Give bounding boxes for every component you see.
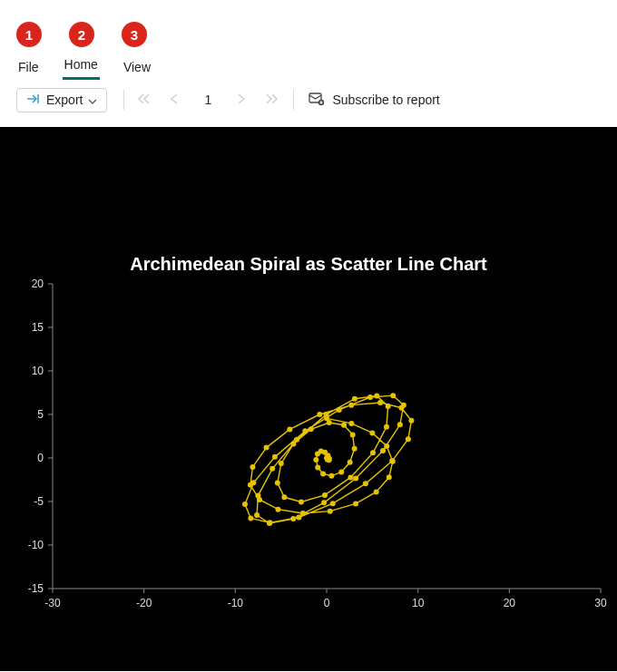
export-label: Export xyxy=(46,93,83,107)
svg-text:0: 0 xyxy=(324,597,330,609)
svg-point-53 xyxy=(290,441,296,446)
svg-point-45 xyxy=(328,473,334,479)
svg-point-105 xyxy=(374,489,379,494)
svg-point-64 xyxy=(352,396,357,402)
svg-point-109 xyxy=(369,430,375,435)
svg-point-92 xyxy=(398,405,404,411)
svg-point-55 xyxy=(275,481,280,486)
export-icon xyxy=(26,93,41,108)
svg-text:-30: -30 xyxy=(44,597,61,609)
menu-home[interactable]: Home xyxy=(63,57,100,80)
subscribe-label: Subscribe to report xyxy=(332,93,439,107)
export-button[interactable]: Export xyxy=(16,88,107,112)
svg-point-111 xyxy=(324,415,329,421)
page-next-icon[interactable] xyxy=(237,93,246,107)
svg-point-104 xyxy=(353,501,358,506)
svg-point-48 xyxy=(352,446,357,452)
svg-point-44 xyxy=(320,471,326,476)
svg-point-56 xyxy=(281,494,287,500)
svg-point-90 xyxy=(406,436,411,442)
svg-point-59 xyxy=(348,474,353,480)
svg-point-42 xyxy=(313,457,318,463)
callout-badge-2: 2 xyxy=(69,22,94,47)
svg-point-95 xyxy=(317,412,322,417)
svg-point-86 xyxy=(296,514,301,520)
svg-point-57 xyxy=(299,499,304,504)
svg-point-67 xyxy=(269,466,275,472)
svg-point-79 xyxy=(337,407,342,413)
svg-point-108 xyxy=(384,443,389,449)
svg-point-99 xyxy=(248,482,253,488)
svg-text:20: 20 xyxy=(32,278,44,290)
svg-point-106 xyxy=(387,474,392,480)
svg-point-61 xyxy=(384,424,389,430)
callout-badge-1: 1 xyxy=(16,22,42,47)
svg-point-94 xyxy=(348,403,354,408)
svg-point-101 xyxy=(275,507,280,512)
page-number: 1 xyxy=(199,93,217,107)
svg-text:10: 10 xyxy=(32,365,44,377)
callout-badge-3: 3 xyxy=(122,22,147,47)
svg-point-41 xyxy=(315,451,320,456)
svg-point-47 xyxy=(348,460,353,465)
svg-point-69 xyxy=(254,512,260,518)
page-first-icon[interactable] xyxy=(137,93,150,107)
svg-point-49 xyxy=(350,433,356,438)
svg-point-46 xyxy=(338,469,344,474)
page-prev-icon[interactable] xyxy=(170,93,179,107)
svg-text:-5: -5 xyxy=(34,495,44,508)
subscribe-icon xyxy=(308,92,325,109)
svg-point-93 xyxy=(377,400,383,405)
svg-point-88 xyxy=(363,481,368,486)
svg-point-71 xyxy=(290,516,296,521)
svg-text:-20: -20 xyxy=(136,597,152,609)
svg-text:0: 0 xyxy=(37,452,44,464)
page-last-icon[interactable] xyxy=(266,93,279,107)
toolbar-separator xyxy=(123,90,124,110)
svg-text:-10: -10 xyxy=(28,539,44,551)
svg-point-103 xyxy=(328,509,333,514)
svg-point-80 xyxy=(302,428,308,433)
svg-point-100 xyxy=(257,497,262,502)
svg-point-66 xyxy=(294,437,299,443)
svg-point-62 xyxy=(386,404,391,409)
toolbar-separator xyxy=(293,90,294,110)
menu-file[interactable]: File xyxy=(16,60,41,80)
svg-point-110 xyxy=(348,421,354,426)
svg-point-58 xyxy=(322,492,328,498)
svg-point-74 xyxy=(380,448,386,453)
svg-point-54 xyxy=(279,461,284,466)
chart-title: Archimedean Spiral as Scatter Line Chart xyxy=(0,127,617,275)
svg-point-85 xyxy=(267,520,272,525)
chevron-down-icon xyxy=(88,93,97,107)
svg-point-63 xyxy=(374,394,379,399)
svg-point-60 xyxy=(370,450,376,455)
toolbar: Export 1 Subscribe to report xyxy=(0,80,617,120)
svg-point-73 xyxy=(353,475,358,481)
subscribe-button[interactable]: Subscribe to report xyxy=(308,92,439,109)
svg-point-87 xyxy=(330,501,336,506)
svg-text:-15: -15 xyxy=(28,582,44,595)
scatter-plot: -30-20-100102030-15-10-505101520 xyxy=(0,275,617,619)
svg-point-72 xyxy=(321,500,327,505)
svg-point-78 xyxy=(367,394,373,400)
svg-point-98 xyxy=(250,464,255,470)
svg-point-50 xyxy=(341,423,347,428)
svg-point-102 xyxy=(300,511,306,516)
svg-text:5: 5 xyxy=(37,408,44,421)
svg-point-84 xyxy=(248,515,253,521)
svg-text:20: 20 xyxy=(504,597,516,609)
svg-point-43 xyxy=(315,465,320,471)
svg-point-81 xyxy=(272,454,278,460)
svg-text:15: 15 xyxy=(32,321,44,334)
chart-area: Archimedean Spiral as Scatter Line Chart… xyxy=(0,127,617,671)
svg-point-96 xyxy=(287,426,292,432)
menu-view[interactable]: View xyxy=(122,60,152,80)
svg-point-107 xyxy=(390,459,396,464)
svg-point-97 xyxy=(264,445,269,451)
page-navigator: 1 xyxy=(137,93,279,107)
svg-text:-10: -10 xyxy=(228,597,244,609)
svg-text:10: 10 xyxy=(412,597,425,609)
svg-text:30: 30 xyxy=(594,597,607,609)
svg-point-91 xyxy=(408,418,414,424)
